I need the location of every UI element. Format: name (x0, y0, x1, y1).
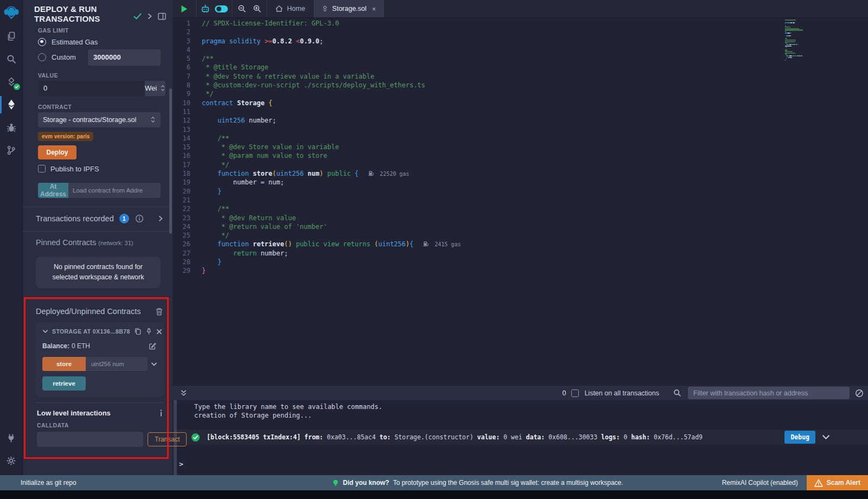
at-address-button[interactable]: At Address (38, 183, 68, 198)
settings-gear-icon[interactable] (0, 449, 23, 472)
run-script-button[interactable] (173, 0, 196, 17)
close-icon[interactable] (156, 329, 162, 335)
terminal-filter-input[interactable] (688, 387, 850, 399)
store-button[interactable]: store (42, 357, 86, 371)
angle-double-down-icon[interactable] (180, 389, 187, 397)
chevron-right-icon[interactable] (158, 215, 163, 222)
tab-storage-sol[interactable]: Storage.sol × (313, 0, 385, 17)
value-input[interactable] (38, 81, 144, 96)
code-editor[interactable]: 1// SPDX-License-Identifier: GPL-3.023pr… (173, 18, 868, 385)
deploy-button[interactable]: Deploy (38, 145, 76, 159)
debug-button[interactable]: Debug (784, 431, 815, 444)
retrieve-button[interactable]: retrieve (42, 376, 86, 391)
code-line-20[interactable]: 20 } (173, 187, 868, 196)
code-lines: 1// SPDX-License-Identifier: GPL-3.023pr… (173, 18, 868, 276)
calldata-input[interactable] (37, 432, 143, 447)
panel-expand-icon[interactable] (148, 13, 152, 20)
code-line-14[interactable]: 14 /** (173, 134, 868, 143)
code-line-17[interactable]: 17 */ (173, 161, 868, 169)
code-line-28[interactable]: 28 } (173, 258, 868, 266)
contract-label: CONTRACT (23, 104, 173, 110)
gas-limit-label: GAS LIMIT (23, 27, 173, 34)
pin-panel-icon[interactable] (158, 12, 166, 20)
code-line-4[interactable]: 4 (173, 46, 868, 54)
code-line-24[interactable]: 24 * @return value of 'number' (173, 222, 868, 231)
git-icon[interactable] (0, 139, 23, 162)
code-line-7[interactable]: 7 * @dev Store & retrieve value in a var… (173, 72, 868, 81)
plugin-manager-icon[interactable] (0, 426, 23, 449)
at-address-input[interactable] (68, 183, 161, 198)
copilot-status[interactable]: RemixAI Copilot (enabled) (722, 479, 807, 487)
tab-close-icon[interactable]: × (372, 5, 376, 13)
listen-all-checkbox[interactable] (571, 389, 579, 397)
code-line-18[interactable]: 18 function store(uint256 num) public { … (173, 169, 868, 178)
trash-icon[interactable] (156, 308, 163, 316)
scam-alert-button[interactable]: Scam Alert (807, 475, 868, 490)
panel-check-icon (133, 13, 142, 20)
code-line-10[interactable]: 10contract Storage { (173, 99, 868, 107)
code-line-15[interactable]: 15 * @dev Store value in variable (173, 143, 868, 151)
code-line-12[interactable]: 12 uint256 number; (173, 116, 868, 125)
zoom-out-icon[interactable] (238, 4, 246, 13)
code-line-9[interactable]: 9 */ (173, 89, 868, 98)
home-icon (275, 5, 283, 12)
zoom-in-icon[interactable] (253, 4, 261, 13)
estimated-gas-radio[interactable] (38, 38, 46, 46)
pin-icon[interactable] (145, 328, 152, 335)
terminal-line-1: Type the library name to see available c… (194, 403, 382, 411)
code-line-5[interactable]: 5/** (173, 54, 868, 63)
chevron-down-icon[interactable] (42, 329, 48, 334)
code-line-16[interactable]: 16 * @param num value to store (173, 151, 868, 160)
tab-home[interactable]: Home (267, 0, 313, 17)
git-init-status[interactable]: Initialize as git repo (0, 479, 233, 487)
edit-icon[interactable] (149, 342, 156, 350)
ai-robot-icon[interactable] (200, 4, 210, 14)
code-line-3[interactable]: 3pragma solidity >=0.8.2 <0.9.0; (173, 37, 868, 46)
code-line-6[interactable]: 6 * @title Storage (173, 63, 868, 72)
icon-sidebar (0, 0, 23, 475)
code-line-19[interactable]: 19 number = num; (173, 178, 868, 187)
custom-gas-radio[interactable] (38, 53, 46, 61)
chevron-down-icon[interactable] (151, 362, 157, 367)
info-icon[interactable] (135, 214, 144, 223)
value-unit-label: Wei (145, 84, 157, 92)
deploy-run-icon[interactable] (0, 93, 23, 116)
active-tab-label: Storage.sol (332, 5, 366, 12)
code-line-21[interactable]: 21 (173, 196, 868, 204)
clear-console-icon[interactable] (855, 389, 864, 398)
panel-scrollbar[interactable] (169, 88, 172, 234)
code-line-8[interactable]: 8 * @custom:dev-run-script ./scripts/dep… (173, 81, 868, 89)
debugger-icon[interactable] (0, 116, 23, 139)
info-i-icon[interactable] (159, 410, 163, 417)
status-bar: Initialize as git repo Did you know? To … (0, 475, 868, 490)
code-line-1[interactable]: 1// SPDX-License-Identifier: GPL-3.0 (173, 19, 868, 28)
code-line-23[interactable]: 23 * @dev Return value (173, 214, 868, 222)
publish-ipfs-checkbox[interactable] (38, 165, 46, 172)
value-unit-select[interactable]: Wei (144, 81, 165, 96)
terminal[interactable]: Type the library name to see available c… (173, 400, 868, 475)
store-input[interactable] (86, 357, 148, 371)
solidity-compiler-icon[interactable] (0, 71, 23, 93)
terminal-prompt[interactable]: > (179, 460, 183, 468)
transaction-log-row[interactable]: [block:5583405 txIndex:4] from: 0xa03...… (177, 430, 868, 445)
tx-expand-chevron-icon[interactable] (822, 434, 830, 440)
code-line-26[interactable]: 26 function retrieve() public view retur… (173, 240, 868, 248)
search-icon[interactable] (0, 48, 23, 71)
minimap[interactable] (785, 20, 841, 61)
code-line-29[interactable]: 29} (173, 266, 868, 275)
transact-button[interactable]: Transact (148, 432, 187, 446)
code-line-13[interactable]: 13 (173, 125, 868, 134)
value-label: VALUE (23, 72, 173, 79)
code-line-2[interactable]: 2 (173, 28, 868, 36)
remix-logo[interactable] (0, 0, 23, 25)
code-line-27[interactable]: 27 return number; (173, 249, 868, 258)
code-line-22[interactable]: 22 /** (173, 204, 868, 213)
file-explorer-icon[interactable] (0, 25, 23, 48)
ai-copilot-toggle[interactable] (215, 5, 228, 12)
contract-select[interactable]: Storage - contracts/Storage.sol (38, 112, 161, 127)
code-line-11[interactable]: 11 (173, 107, 868, 116)
custom-gas-input[interactable] (88, 49, 161, 66)
code-line-25[interactable]: 25 */ (173, 231, 868, 240)
listen-all-label: Listen on all transactions (584, 389, 659, 397)
copy-icon[interactable] (134, 328, 142, 335)
